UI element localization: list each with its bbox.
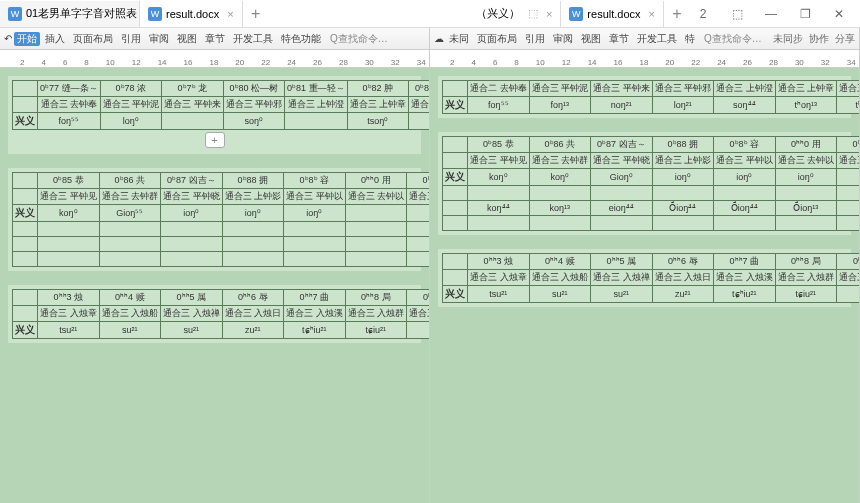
cell: 0ʰʰ0 用 — [345, 173, 407, 189]
cell: 0ʰʰ8 局 — [345, 290, 407, 306]
search-box[interactable]: Q查找命令… — [330, 32, 388, 46]
cell — [443, 186, 468, 201]
ribbon-tab-view[interactable]: 视图 — [174, 32, 200, 46]
undo-icon[interactable]: ↶ — [4, 33, 12, 44]
cell — [161, 222, 223, 237]
cell: 0ᵇ85 恭 — [468, 137, 530, 153]
count-badge: 2 — [690, 4, 716, 24]
tab-label: result.docx — [166, 8, 219, 20]
cell: 通合三 去钟群 — [529, 153, 591, 169]
ribbon-tab-dev[interactable]: 开发工具 — [230, 32, 276, 46]
ribbon-tab-layout[interactable]: 页面布局 — [70, 32, 116, 46]
cell: 通合二 去钟奉 — [468, 81, 530, 97]
search-box[interactable]: Q查找命令… — [704, 32, 762, 46]
doc-tab-2[interactable]: Wresult.docx× — [140, 1, 243, 27]
maximize-button[interactable]: ❐ — [792, 4, 818, 24]
cell: loŋ⁰ — [100, 113, 162, 130]
ribbon-tab-ref[interactable]: 引用 — [118, 32, 144, 46]
ribbon-tab-special[interactable]: 特色功能 — [278, 32, 324, 46]
cell: 0ᵇ8ᵇ 容 — [714, 137, 776, 153]
doc-area-left[interactable]: 0ᵇ77 缝—条～0ᵇ78 浓0ᵇ7ᵇ 龙0ᵇ80 松—树0ᵇ81 重—轻～0ᵇ… — [0, 68, 429, 503]
cell: tsu²¹ — [468, 286, 530, 303]
tab-close-icon[interactable]: × — [546, 8, 552, 20]
cell: 通合三 入烛来 — [407, 189, 429, 205]
cell: koŋ⁴⁴ — [468, 201, 530, 216]
cell — [407, 222, 429, 237]
cell — [284, 252, 346, 267]
cell: 通合三 平钟见 — [468, 153, 530, 169]
page-block: 0ʰʰ3 烛0ʰʰ4 赎0ʰʰ5 属0ʰʰ6 辱0ʰʰ7 曲0ʰʰ8 局0ʰʰᵇ… — [438, 249, 851, 307]
ribbon-tab-section[interactable]: 章节 — [606, 32, 632, 46]
new-tab-button[interactable]: + — [243, 5, 269, 23]
doc-tab-1[interactable]: W01老男单字字音对照表（兴义）⬚× — [0, 1, 140, 27]
cloud-icon[interactable]: ☁ — [434, 33, 444, 44]
ribbon-tab-special[interactable]: 特 — [682, 32, 698, 46]
cell: 兴义 — [13, 205, 38, 222]
cell — [714, 216, 776, 231]
ribbon-tab-start[interactable]: 开始 — [14, 32, 40, 46]
ribbon-tab-review[interactable]: 审阅 — [550, 32, 576, 46]
tab-pin-icon[interactable]: ⬚ — [528, 7, 538, 20]
cell: 通合三 平钟晓 — [161, 189, 223, 205]
cell: 0ᵇ77 缝—条～ — [38, 81, 101, 97]
cell: 兴义 — [13, 322, 38, 339]
cell: 0ʰʰ4 赎 — [529, 254, 591, 270]
cell: ioŋ⁰ — [714, 169, 776, 186]
page-block: 通合二 去钟奉通合三 平钟泥通合三 平钟来通合三 平钟邪通合三 上钟澄通合三 上… — [438, 76, 851, 118]
login-icon[interactable]: ⬚ — [724, 4, 750, 24]
tab-close-icon[interactable]: × — [227, 8, 233, 20]
cell — [468, 186, 530, 201]
add-row-button[interactable]: + — [205, 132, 225, 148]
cell: 0ʰʰ3 烛 — [38, 290, 100, 306]
cell: tɕiu²¹ — [345, 322, 407, 339]
ribbon-tab-layout[interactable]: 页面布局 — [474, 32, 520, 46]
sync-status[interactable]: 未同步 — [773, 32, 803, 46]
cell: koŋ⁰ — [468, 169, 530, 186]
minimize-button[interactable]: — — [758, 4, 784, 24]
cell: su²¹ — [529, 286, 591, 303]
cell — [161, 252, 223, 267]
cell: 通合三 平钟泥 — [100, 97, 162, 113]
cell: 通合三 平钟泥 — [529, 81, 591, 97]
ribbon-tab-ref[interactable]: 引用 — [522, 32, 548, 46]
cell — [13, 97, 38, 113]
cell: 0ʰʰ0 用 — [775, 137, 837, 153]
cell: noŋ²¹ — [591, 97, 653, 114]
page-block: 0ᵇ85 恭0ᵇ86 共0ᵇ87 凶吉～0ᵇ88 拥0ᵇ8ᵇ 容0ʰʰ0 用0ʰ… — [438, 132, 851, 235]
cell: 0ᵇ78 浓 — [100, 81, 162, 97]
cell: tsoŋ⁰ — [347, 113, 409, 130]
cell — [285, 113, 348, 130]
cell — [529, 216, 591, 231]
cell: 通合三 入烛疑 — [407, 306, 429, 322]
cell: loŋ²¹ — [652, 97, 714, 114]
close-button[interactable]: ✕ — [826, 4, 852, 24]
ribbon-tab-view[interactable]: 视图 — [578, 32, 604, 46]
ribbon-tab-sync[interactable]: 未同 — [446, 32, 472, 46]
cell — [38, 252, 100, 267]
cell: tɕiu²¹ — [775, 286, 837, 303]
doc-tab-3[interactable]: （兴义）⬚× — [468, 1, 561, 27]
cell — [837, 186, 859, 201]
ribbon-tab-section[interactable]: 章节 — [202, 32, 228, 46]
cell — [443, 270, 468, 286]
doc-area-right[interactable]: 通合二 去钟奉通合三 平钟泥通合三 平钟来通合三 平钟邪通合三 上钟澄通合三 上… — [430, 68, 859, 503]
cell — [652, 186, 714, 201]
phon-table: 0ᵇ77 缝—条～0ᵇ78 浓0ᵇ7ᵇ 龙0ᵇ80 松—树0ᵇ81 重—轻～0ᵇ… — [12, 80, 429, 130]
cell — [591, 216, 653, 231]
ribbon-tab-review[interactable]: 审阅 — [146, 32, 172, 46]
tab-close-icon[interactable]: × — [649, 8, 655, 20]
cell — [13, 189, 38, 205]
cell: 0ʰʰ1 绿 — [407, 173, 429, 189]
new-tab-button[interactable]: + — [664, 5, 690, 23]
cell: 通合三 入烛群 — [775, 270, 837, 286]
cell: 0ᵇ8ᵇ 容 — [284, 173, 346, 189]
ribbon-tab-dev[interactable]: 开发工具 — [634, 32, 680, 46]
ribbon-tab-insert[interactable]: 插入 — [42, 32, 68, 46]
cell — [407, 237, 429, 252]
cell — [407, 252, 429, 267]
cell: foŋ¹³ — [529, 97, 591, 114]
coop-button[interactable]: 协作 — [809, 32, 829, 46]
doc-tab-4[interactable]: Wresult.docx× — [561, 1, 664, 27]
cell: ̃ — [837, 286, 859, 303]
share-button[interactable]: 分享 — [835, 32, 855, 46]
